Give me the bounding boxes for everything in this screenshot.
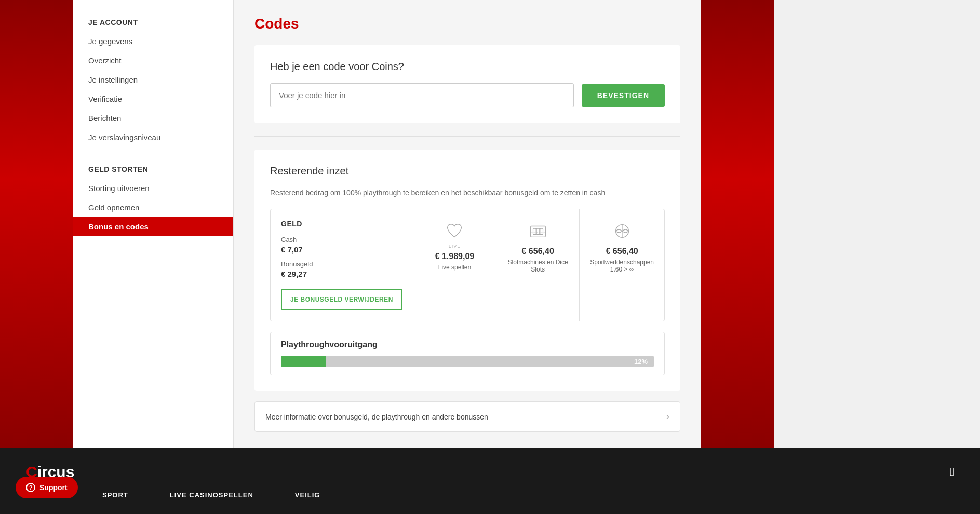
left-sidebar-decoration xyxy=(0,0,73,448)
live-icon-svg xyxy=(445,221,464,241)
slots-amount: € 656,40 xyxy=(522,247,554,256)
footer-nav: SPELLEN SPORT LIVE CASINOSPELLEN VEILIG xyxy=(26,491,954,504)
progress-bar-text: 12% xyxy=(634,358,648,366)
live-icon xyxy=(443,220,466,242)
cash-label: Cash xyxy=(281,236,402,244)
sidebar-item-gegevens[interactable]: Je gegevens xyxy=(73,32,233,51)
sidebar-item-overzicht[interactable]: Overzicht xyxy=(73,51,233,70)
footer-nav-col-live: LIVE CASINOSPELLEN xyxy=(170,491,253,504)
geld-section-title: GELD STORTEN xyxy=(73,157,233,179)
cash-value: € 7,07 xyxy=(281,245,402,254)
support-label: Support xyxy=(39,483,68,492)
sport-amount: € 656,40 xyxy=(606,247,638,256)
sidebar-item-berichten[interactable]: Berichten xyxy=(73,109,233,128)
sport-label: Sportweddenschappen 1.60 > ∞ xyxy=(590,259,654,273)
footer: Circus  SPELLEN SPORT LIVE CASINOSPELLE… xyxy=(0,448,980,514)
card-sport: € 656,40 Sportweddenschappen 1.60 > ∞ xyxy=(580,209,664,321)
code-input[interactable] xyxy=(270,83,574,107)
code-section-heading: Heb je een code voor Coins? xyxy=(270,61,665,73)
sidebar-item-instellingen[interactable]: Je instellingen xyxy=(73,70,233,89)
footer-col-title-veilig: VEILIG xyxy=(295,491,320,499)
cards-row: GELD Cash € 7,07 Bonusgeld € 29,27 JE BO… xyxy=(270,209,665,321)
page-title: Codes xyxy=(254,16,680,32)
code-section: Heb je een code voor Coins? BEVESTIGEN xyxy=(254,45,680,123)
main-content: Codes Heb je een code voor Coins? BEVEST… xyxy=(234,0,701,448)
bonusgeld-label: Bonusgeld xyxy=(281,260,402,268)
code-input-row: BEVESTIGEN xyxy=(270,83,665,107)
support-button[interactable]: ? Support xyxy=(16,477,78,498)
sidebar-item-verificatie[interactable]: Verificatie xyxy=(73,89,233,109)
footer-nav-col-veilig: VEILIG xyxy=(295,491,320,504)
nav-sidebar: JE ACCOUNT Je gegevens Overzicht Je inst… xyxy=(73,0,234,448)
card-live: LIVE € 1.989,09 Live spellen xyxy=(413,209,496,321)
sidebar-item-verslavingsniveau[interactable]: Je verslavingsniveau xyxy=(73,128,233,147)
inzet-section: Resterende inzet Resterend bedrag om 100… xyxy=(254,150,680,391)
geld-label: GELD xyxy=(281,220,402,228)
account-section-title: JE ACCOUNT xyxy=(73,10,233,32)
slots-icon-svg xyxy=(528,221,548,241)
svg-rect-1 xyxy=(533,228,536,234)
more-info-text: Meer informatie over bonusgeld, de playt… xyxy=(265,413,488,421)
sidebar-item-storting[interactable]: Storting uitvoeren xyxy=(73,179,233,198)
chevron-right-icon: › xyxy=(666,411,669,422)
footer-nav-col-sport: SPORT xyxy=(102,491,128,504)
progress-bar: 12% xyxy=(281,356,654,367)
inzet-heading: Resterende inzet xyxy=(270,165,665,177)
bonusgeld-value: € 29,27 xyxy=(281,269,402,278)
sport-icon xyxy=(611,220,634,242)
live-label: Live spellen xyxy=(438,264,471,271)
live-badge: LIVE xyxy=(449,244,461,249)
sidebar-item-bonus-codes[interactable]: Bonus en codes xyxy=(73,217,233,236)
more-info-row[interactable]: Meer informatie over bonusgeld, de playt… xyxy=(254,401,680,432)
live-amount: € 1.989,09 xyxy=(435,252,475,261)
progress-bar-fill xyxy=(281,356,326,367)
footer-col-title-sport: SPORT xyxy=(102,491,128,499)
footer-col-title-live: LIVE CASINOSPELLEN xyxy=(170,491,253,499)
progress-container: Playthroughvooruitgang 12% xyxy=(270,332,665,375)
card-geld: GELD Cash € 7,07 Bonusgeld € 29,27 JE BO… xyxy=(271,209,413,321)
sport-icon-svg xyxy=(612,221,632,241)
slots-label: Slotmachines en Dice Slots xyxy=(507,259,569,273)
confirm-button[interactable]: BEVESTIGEN xyxy=(582,84,665,107)
slots-icon xyxy=(527,220,549,242)
support-icon: ? xyxy=(26,483,35,492)
inzet-description: Resterend bedrag om 100% playthrough te … xyxy=(270,187,665,198)
svg-rect-2 xyxy=(536,228,540,234)
sidebar-item-geld-opnemen[interactable]: Geld opnemen xyxy=(73,198,233,217)
card-slots: € 656,40 Slotmachines en Dice Slots xyxy=(496,209,580,321)
remove-bonus-button[interactable]: JE BONUSGELD VERWIJDEREN xyxy=(281,289,402,310)
footer-top: Circus  xyxy=(26,463,954,481)
facebook-icon[interactable]:  xyxy=(950,465,954,479)
right-sidebar-decoration xyxy=(701,0,774,448)
section-divider xyxy=(254,136,680,137)
progress-label: Playthroughvooruitgang xyxy=(281,340,654,349)
svg-rect-3 xyxy=(540,228,543,234)
